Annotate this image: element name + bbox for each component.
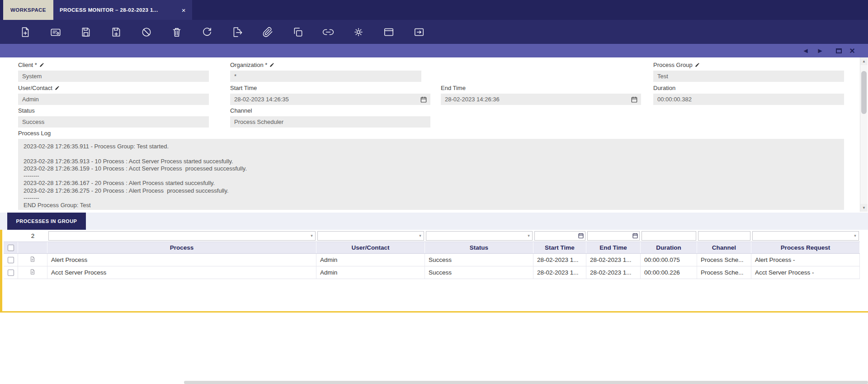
save-as-icon: [110, 26, 122, 38]
header-process[interactable]: Process: [47, 242, 316, 253]
header-user-contact[interactable]: User/Contact: [316, 242, 425, 253]
cell-end-time[interactable]: 28-02-2023 1...: [586, 254, 641, 266]
scroll-up-button[interactable]: ▲: [860, 57, 868, 65]
filter-process-request[interactable]: ▾: [752, 231, 859, 241]
calendar-icon[interactable]: [577, 232, 585, 240]
process-group-input[interactable]: Test: [653, 71, 844, 82]
client-input[interactable]: System: [18, 71, 209, 82]
header-status[interactable]: Status: [425, 242, 533, 253]
scroll-down-icon: ▼: [862, 206, 866, 210]
save-as-button[interactable]: [110, 26, 122, 38]
cell-end-time[interactable]: 28-02-2023 1...: [586, 266, 641, 279]
cell-duration[interactable]: 00:00:00.075: [641, 254, 697, 266]
new-record-button[interactable]: [19, 26, 31, 38]
field-client: Client * System: [18, 61, 209, 82]
tab-process-monitor[interactable]: PROCESS MONITOR – 28-02-2023 1... ×: [53, 0, 192, 20]
link-button[interactable]: [322, 26, 334, 38]
chevron-down-icon[interactable]: ▾: [417, 232, 424, 240]
maximize-button[interactable]: [836, 46, 842, 55]
tab-processes-in-group[interactable]: PROCESSES IN GROUP: [7, 213, 86, 230]
cell-start-time[interactable]: 28-02-2023 1...: [533, 266, 586, 279]
start-time-input[interactable]: 28-02-2023 14:26:35: [230, 94, 430, 105]
attachment-button[interactable]: [261, 26, 274, 38]
user-contact-label-text: User/Contact: [18, 85, 52, 91]
cell-duration[interactable]: 00:00:00.226: [641, 266, 697, 279]
save-icon: [80, 26, 92, 38]
cell-status[interactable]: Success: [425, 254, 533, 266]
calendar-icon[interactable]: [631, 232, 639, 240]
grid-header-row: Process User/Contact Status Start Time E…: [4, 242, 860, 254]
report-button[interactable]: [413, 26, 425, 38]
header-channel[interactable]: Channel: [697, 242, 751, 253]
filter-process[interactable]: ▾: [48, 231, 316, 241]
cell-process-request[interactable]: Alert Process -: [751, 254, 860, 266]
filter-channel[interactable]: [698, 231, 750, 241]
user-contact-input[interactable]: Admin: [18, 94, 209, 105]
close-window-icon: ×: [849, 46, 855, 55]
calendar-icon[interactable]: [631, 95, 638, 103]
organization-input[interactable]: *: [230, 71, 421, 82]
end-time-value: 28-02-2023 14:26:36: [445, 96, 500, 103]
filter-end-time[interactable]: [587, 231, 640, 241]
status-input[interactable]: Success: [18, 116, 209, 128]
grid-filter-row: 2 ▾ ▾ ▾ ▾: [4, 230, 860, 242]
header-process-request[interactable]: Process Request: [751, 242, 860, 253]
cell-channel[interactable]: Process Sche...: [697, 254, 751, 266]
horizontal-scrollbar[interactable]: [184, 381, 868, 384]
export-button[interactable]: [231, 26, 243, 38]
cell-process[interactable]: Acct Server Process: [47, 266, 316, 279]
copy-button[interactable]: [292, 26, 304, 38]
close-window-button[interactable]: ×: [848, 46, 856, 55]
process-button[interactable]: [352, 26, 364, 38]
record-nav-bar: ◀ ▶ ×: [0, 44, 868, 57]
cell-user-contact[interactable]: Admin: [316, 254, 425, 266]
ignore-button[interactable]: [140, 26, 152, 38]
scroll-down-button[interactable]: ▼: [860, 204, 868, 212]
tab-close-icon[interactable]: ×: [182, 7, 186, 14]
refresh-button[interactable]: [201, 26, 213, 38]
cell-channel[interactable]: Process Sche...: [697, 266, 751, 279]
cell-user-contact[interactable]: Admin: [316, 266, 425, 279]
cell-process-request[interactable]: Acct Server Process -: [751, 266, 860, 279]
filter-user-contact[interactable]: ▾: [317, 231, 424, 241]
cell-process[interactable]: Alert Process: [47, 254, 316, 266]
channel-input[interactable]: Process Scheduler: [230, 116, 430, 128]
duration-input[interactable]: 00:00:00.382: [653, 94, 844, 105]
filter-duration[interactable]: [642, 231, 696, 241]
table-row[interactable]: Acct Server Process Admin Success 28-02-…: [4, 266, 860, 279]
edit-pencil-icon: [39, 62, 44, 67]
field-start-time: Start Time 28-02-2023 14:26:35: [230, 84, 430, 105]
header-duration[interactable]: Duration: [641, 242, 697, 253]
cell-start-time[interactable]: 28-02-2023 1...: [533, 254, 586, 266]
row-checkbox[interactable]: [8, 257, 14, 263]
row-checkbox[interactable]: [8, 270, 14, 276]
delete-button[interactable]: [170, 26, 183, 38]
calendar-icon[interactable]: [420, 95, 427, 103]
vertical-scrollbar[interactable]: ▲ ▼: [860, 57, 868, 212]
tab-workspace[interactable]: WORKSPACE: [3, 0, 53, 20]
next-record-button[interactable]: ▶: [816, 46, 824, 55]
find-button[interactable]: [49, 26, 61, 38]
process-log-box[interactable]: 2023-02-28 17:26:35.911 - Process Group:…: [18, 139, 844, 210]
header-end-time[interactable]: End Time: [586, 242, 641, 253]
scrollbar-thumb[interactable]: [861, 71, 867, 114]
document-icon[interactable]: [29, 256, 36, 264]
table-row[interactable]: Alert Process Admin Success 28-02-2023 1…: [4, 254, 860, 266]
filter-start-time[interactable]: [534, 231, 585, 241]
cell-status[interactable]: Success: [425, 266, 533, 279]
chevron-down-icon[interactable]: ▾: [308, 232, 315, 240]
chevron-down-icon[interactable]: ▾: [525, 232, 532, 240]
window-button[interactable]: [382, 26, 395, 38]
field-user-contact: User/Contact Admin: [18, 84, 209, 105]
field-channel: Channel Process Scheduler: [230, 107, 430, 128]
field-process-log: Process Log 2023-02-28 17:26:35.911 - Pr…: [18, 129, 844, 210]
select-all-checkbox[interactable]: [8, 245, 14, 251]
header-start-time[interactable]: Start Time: [533, 242, 586, 253]
previous-record-button[interactable]: ◀: [802, 46, 810, 55]
save-button[interactable]: [80, 26, 92, 38]
chevron-down-icon[interactable]: ▾: [852, 232, 859, 240]
filter-status[interactable]: ▾: [426, 231, 533, 241]
scroll-up-icon: ▲: [862, 59, 866, 63]
document-icon[interactable]: [29, 268, 36, 277]
end-time-input[interactable]: 28-02-2023 14:26:36: [441, 94, 641, 105]
